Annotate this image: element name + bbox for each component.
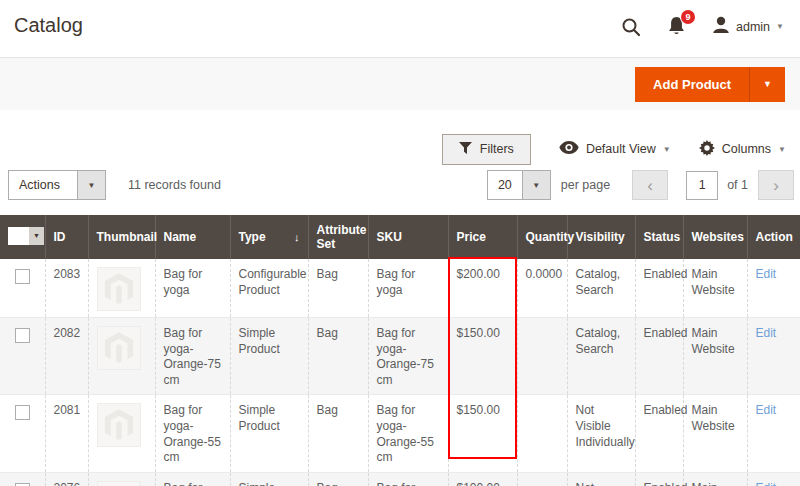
product-thumbnail-placeholder	[97, 267, 141, 311]
default-view-control[interactable]: Default View ▼	[559, 141, 671, 157]
cell-type: Simple Product	[230, 472, 308, 486]
column-header-quantity[interactable]: Quantity	[517, 215, 567, 259]
edit-link[interactable]: Edit	[756, 403, 777, 417]
row-checkbox[interactable]	[15, 328, 30, 343]
notifications-bell-icon[interactable]: 9	[667, 16, 686, 37]
column-header-thumbnail[interactable]: Thumbnail	[88, 215, 155, 259]
cell-thumbnail	[88, 395, 155, 472]
cell-attribute-set: Bag	[308, 259, 368, 318]
cell-price: $150.00	[448, 395, 517, 472]
next-page-button[interactable]: ›	[758, 170, 794, 200]
grid-controls-row: Actions ▼ 11 records found 20 ▼ per page…	[0, 170, 800, 200]
cell-type: Simple Product	[230, 318, 308, 395]
header-icons: 9 admin ▼	[621, 14, 784, 37]
cell-websites: Main Website	[683, 472, 747, 486]
product-grid: ▼ ID Thumbnail Name Type↓ Attribute Set …	[0, 215, 800, 486]
admin-account-menu[interactable]: admin ▼	[712, 16, 784, 37]
search-icon[interactable]	[621, 17, 641, 37]
page-size-value: 20	[488, 171, 522, 199]
cell-sku: Bag for yoga-Orange-75 cm	[368, 318, 448, 395]
cell-name: Bag for yoga	[155, 259, 230, 318]
gear-icon	[699, 140, 715, 159]
product-thumbnail-placeholder	[97, 326, 141, 370]
cell-quantity	[517, 318, 567, 395]
cell-sku: Bag for yoga-Orange-55 cm	[368, 395, 448, 472]
records-found-text: 11 records found	[128, 178, 221, 192]
grid-toolbar: Filters Default View ▼ Columns ▼	[0, 134, 800, 164]
select-all-checkbox[interactable]	[8, 227, 29, 245]
select-all-dropdown[interactable]: ▼	[8, 227, 44, 245]
cell-attribute-set: Bag	[308, 472, 368, 486]
previous-page-button[interactable]: ‹	[632, 170, 668, 200]
edit-link[interactable]: Edit	[756, 267, 777, 281]
edit-link[interactable]: Edit	[756, 326, 777, 340]
cell-status: Enabled	[635, 472, 683, 486]
columns-control[interactable]: Columns ▼	[699, 140, 786, 159]
cell-attribute-set: Bag	[308, 318, 368, 395]
filters-button[interactable]: Filters	[442, 134, 531, 165]
cell-thumbnail	[88, 318, 155, 395]
action-band: Add Product ▼	[0, 57, 800, 110]
row-checkbox[interactable]	[15, 269, 30, 284]
filter-funnel-icon	[459, 142, 472, 157]
cell-price: $100.00	[448, 472, 517, 486]
default-view-label: Default View	[586, 142, 656, 156]
column-header-price[interactable]: Price	[448, 215, 517, 259]
admin-username: admin	[736, 20, 770, 34]
cell-name: Bag for yoga-Orange-55 cm	[155, 395, 230, 472]
cell-price: $150.00	[448, 318, 517, 395]
notification-count-badge: 9	[681, 10, 695, 24]
cell-websites: Main Website	[683, 318, 747, 395]
cell-quantity: 0.0000	[517, 259, 567, 318]
column-header-websites[interactable]: Websites	[683, 215, 747, 259]
column-header-type[interactable]: Type↓	[230, 215, 308, 259]
cell-visibility: Not Visible Individually	[567, 472, 635, 486]
total-pages-label: of 1	[727, 178, 748, 192]
per-page-label: per page	[561, 178, 610, 192]
table-row[interactable]: 2082 Bag for yoga-Orange-75 cm Simple Pr…	[0, 318, 800, 395]
row-checkbox[interactable]	[15, 405, 30, 420]
add-product-button[interactable]: Add Product	[635, 67, 749, 102]
chevron-down-icon: ▼	[29, 227, 44, 245]
column-header-name[interactable]: Name	[155, 215, 230, 259]
column-header-visibility[interactable]: Visibility	[567, 215, 635, 259]
cell-action: Edit	[747, 259, 800, 318]
cell-websites: Main Website	[683, 395, 747, 472]
actions-select-value: Actions	[9, 171, 77, 199]
page-size-select[interactable]: 20 ▼	[487, 170, 551, 200]
chevron-down-icon: ▼	[77, 171, 105, 199]
add-product-split-button: Add Product ▼	[635, 67, 785, 102]
cell-thumbnail	[88, 259, 155, 318]
user-icon	[712, 16, 730, 37]
cell-name: Bag for yoga-Gray-75 cm	[155, 472, 230, 486]
current-page-input[interactable]	[686, 171, 718, 200]
table-row[interactable]: 2076 Bag for yoga-Gray-75 cm Simple Prod…	[0, 472, 800, 486]
actions-select[interactable]: Actions ▼	[8, 170, 106, 200]
column-header-attribute-set[interactable]: Attribute Set	[308, 215, 368, 259]
cell-visibility: Not Visible Individually	[567, 395, 635, 472]
edit-link[interactable]: Edit	[756, 481, 777, 486]
cell-price: $200.00	[448, 259, 517, 318]
cell-status: Enabled	[635, 395, 683, 472]
add-product-dropdown-toggle[interactable]: ▼	[749, 67, 785, 102]
select-all-header: ▼	[0, 215, 45, 259]
pagination: 20 ▼ per page ‹ of 1 ›	[487, 170, 794, 200]
cell-action: Edit	[747, 472, 800, 486]
column-header-id[interactable]: ID	[45, 215, 88, 259]
table-row[interactable]: 2081 Bag for yoga-Orange-55 cm Simple Pr…	[0, 395, 800, 472]
chevron-down-icon: ▼	[663, 145, 671, 154]
cell-action: Edit	[747, 318, 800, 395]
filters-label: Filters	[480, 142, 514, 156]
column-header-sku[interactable]: SKU	[368, 215, 448, 259]
cell-status: Enabled	[635, 259, 683, 318]
table-row[interactable]: 2083 Bag for yoga Configurable Product B…	[0, 259, 800, 318]
column-header-action[interactable]: Action	[747, 215, 800, 259]
column-header-status[interactable]: Status	[635, 215, 683, 259]
cell-quantity	[517, 395, 567, 472]
cell-websites: Main Website	[683, 259, 747, 318]
cell-status: Enabled	[635, 318, 683, 395]
cell-action: Edit	[747, 395, 800, 472]
product-thumbnail-placeholder	[97, 403, 141, 447]
grid-header-row: ▼ ID Thumbnail Name Type↓ Attribute Set …	[0, 215, 800, 259]
cell-attribute-set: Bag	[308, 395, 368, 472]
